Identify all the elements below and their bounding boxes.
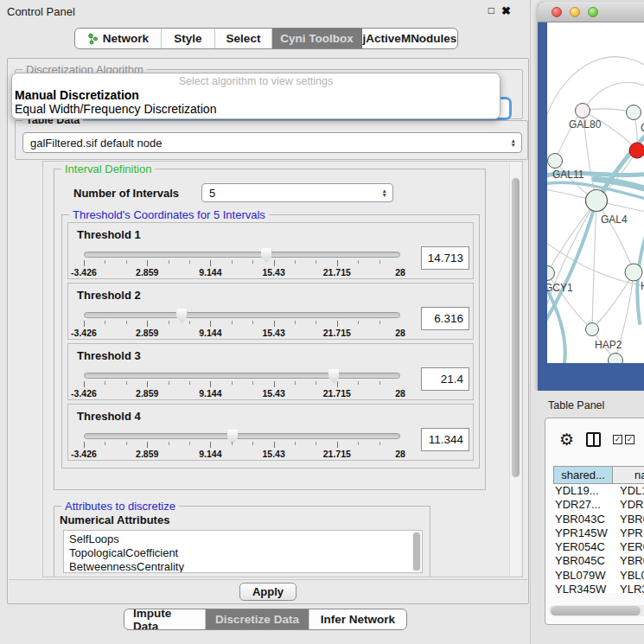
apply-row: Apply — [9, 579, 527, 603]
column-header-name[interactable]: na — [613, 466, 644, 484]
table-row[interactable]: YER054CYER0 — [553, 540, 644, 554]
node-label-gal80: GAL80 — [569, 118, 602, 131]
control-panel-window: Control Panel □ ✖ Network Style — [0, 0, 531, 644]
tab-discretize-data[interactable]: Discretize Data — [206, 609, 309, 629]
columns-icon[interactable] — [586, 432, 601, 447]
table-toolbar: ⚙ ✓ ✓ — [545, 418, 644, 460]
thresholds-coordinates-group: Threshold's Coordinates for 5 Intervals … — [61, 214, 480, 469]
option-equal-width-frequency[interactable]: Equal Width/Frequency Discretization — [15, 102, 500, 116]
numerical-attributes-list: SelfLoops TopologicalCoefficient Between… — [63, 530, 423, 573]
node-label-gal4: GAL4 — [601, 214, 628, 226]
node-label-gal11: GAL11 — [552, 169, 584, 181]
network-graph: GAL80 GA C GAL11 GAL4 GCY1 H HAP2 — [547, 22, 644, 363]
table-row[interactable]: YBR045CYBR0 — [553, 554, 644, 568]
node-label-partial-top: GA — [641, 122, 644, 134]
node-partial-right[interactable] — [625, 264, 642, 281]
node-gcy1[interactable] — [547, 266, 555, 281]
node-hap2[interactable] — [586, 323, 599, 336]
threshold-3-slider-track[interactable] — [84, 373, 400, 379]
table-panel-window: ⚙ ✓ ✓ shared... na YDL19...YDL1 YDR27...… — [545, 418, 644, 625]
list-item[interactable]: BetweennessCentrality — [69, 560, 422, 573]
interval-definition-group: Interval Definition Number of Intervals … — [54, 169, 486, 490]
tab-select[interactable]: Select — [215, 29, 272, 48]
spinner-arrows-icon: ▲▼ — [382, 188, 387, 197]
table-data-combo-value: galFiltered.sif default node — [30, 137, 162, 150]
checkbox-icon[interactable]: ✓ — [625, 435, 634, 444]
threshold-1-slider-track[interactable] — [84, 252, 400, 258]
float-window-icon[interactable]: □ — [488, 4, 494, 17]
node-gal11[interactable] — [548, 154, 563, 169]
gear-icon[interactable]: ⚙ — [559, 431, 574, 448]
tab-infer-network[interactable]: Infer Network — [309, 609, 406, 629]
close-icon[interactable]: ✖ — [501, 4, 511, 17]
apply-button[interactable]: Apply — [239, 583, 296, 601]
tab-jactivemnodules-label: jActiveMNodules — [363, 32, 457, 45]
screen: Control Panel □ ✖ Network Style — [0, 0, 644, 644]
settings-scroll-viewport: Interval Definition Number of Intervals … — [42, 161, 523, 577]
algorithm-prompt-option[interactable]: Select algorithm to view settings — [12, 75, 500, 87]
bottom-tab-bar: Impute Data Discretize Data Infer Networ… — [124, 609, 407, 630]
spinner-arrows-icon: ▲▼ — [511, 138, 516, 147]
table-body: YDL19...YDL1 YDR27...YDR2 YBR043CYBR0 YP… — [553, 484, 644, 593]
threshold-3-panel: Threshold 3 -3.426 2.859 9.144 — [67, 343, 474, 400]
table-data-combo[interactable]: galFiltered.sif default node ▲▼ — [22, 132, 522, 153]
tab-style-label: Style — [174, 32, 201, 45]
threshold-4-value-field[interactable]: 11.344 — [421, 428, 469, 451]
option-manual-discretization[interactable]: Manual Discretization — [15, 88, 500, 102]
table-header-row: shared... na — [553, 466, 644, 484]
horizontal-scrollbar[interactable] — [549, 605, 644, 616]
node-gal4[interactable] — [586, 190, 608, 212]
node-label-hap2: HAP2 — [595, 339, 622, 351]
threshold-3-label: Threshold 3 — [77, 349, 469, 362]
tab-impute-data[interactable]: Impute Data — [124, 609, 206, 629]
settings-scrollbar-thumb[interactable] — [512, 178, 520, 477]
tab-infer-network-label: Infer Network — [321, 613, 395, 626]
number-of-intervals-label: Number of Intervals — [73, 187, 201, 200]
threshold-1-panel: Threshold 1 -3.426 2.859 9.144 — [67, 222, 474, 279]
tab-discretize-data-label: Discretize Data — [215, 613, 299, 626]
tab-select-label: Select — [226, 32, 261, 45]
slider-tick-labels: -3.426 2.859 9.144 15.43 21.715 28 — [84, 449, 400, 460]
node-selected-red[interactable] — [629, 143, 644, 158]
minimize-traffic-light-icon[interactable] — [570, 7, 580, 17]
list-scrollbar[interactable] — [412, 532, 421, 571]
table-data-group: Table Data galFiltered.sif default node … — [15, 120, 528, 160]
network-window-titlebar — [538, 2, 644, 22]
tab-impute-data-label: Impute Data — [133, 609, 196, 630]
node-partial-top[interactable] — [627, 105, 641, 120]
number-of-intervals-combo[interactable]: 5 ▲▼ — [201, 183, 393, 202]
threshold-3-value-field[interactable]: 21.4 — [421, 367, 469, 391]
checkbox-icon[interactable]: ✓ — [613, 435, 622, 444]
network-canvas[interactable]: GAL80 GA C GAL11 GAL4 GCY1 H HAP2 — [547, 22, 644, 363]
network-view-window: GAL80 GA C GAL11 GAL4 GCY1 H HAP2 — [538, 2, 644, 391]
table-row[interactable]: YLR345WYLR3 — [553, 583, 644, 593]
threshold-2-slider-track[interactable] — [84, 312, 400, 318]
node-label-gcy1: GCY1 — [547, 282, 573, 294]
horizontal-scrollbar-thumb[interactable] — [551, 606, 641, 615]
threshold-2-value-field[interactable]: 6.316 — [421, 307, 469, 330]
node-label-partial-right: H — [641, 280, 644, 292]
threshold-1-value-field[interactable]: 14.713 — [421, 246, 469, 270]
list-item[interactable]: TopologicalCoefficient — [69, 546, 422, 560]
tab-jactivemnodules[interactable]: jActiveMNodules — [362, 29, 457, 48]
table-row[interactable]: YDL19...YDL1 — [553, 484, 644, 498]
table-panel: Table Panel ⚙ ✓ ✓ shared... na YDL19...Y… — [532, 391, 644, 644]
close-traffic-light-icon[interactable] — [552, 7, 562, 17]
settings-scrollbar[interactable] — [509, 163, 521, 576]
tab-network[interactable]: Network — [75, 29, 162, 48]
zoom-traffic-light-icon[interactable] — [588, 7, 598, 17]
threshold-1-label: Threshold 1 — [77, 228, 469, 241]
table-row[interactable]: YBL079WYBL0 — [553, 569, 644, 583]
slider-ticks — [84, 442, 400, 448]
node-gal80[interactable] — [576, 104, 590, 118]
column-header-shared-name[interactable]: shared... — [553, 466, 613, 484]
table-row[interactable]: YPR145WYPR1 — [553, 526, 644, 540]
tab-cyni-toolbox-label: Cyni Toolbox — [280, 32, 354, 45]
network-icon — [87, 33, 99, 45]
tab-cyni-toolbox[interactable]: Cyni Toolbox — [272, 29, 362, 48]
list-item[interactable]: SelfLoops — [69, 532, 422, 546]
tab-style[interactable]: Style — [162, 29, 215, 48]
threshold-4-slider-track[interactable] — [84, 433, 400, 439]
table-row[interactable]: YBR043CYBR0 — [553, 513, 644, 526]
table-row[interactable]: YDR27...YDR2 — [553, 498, 644, 512]
